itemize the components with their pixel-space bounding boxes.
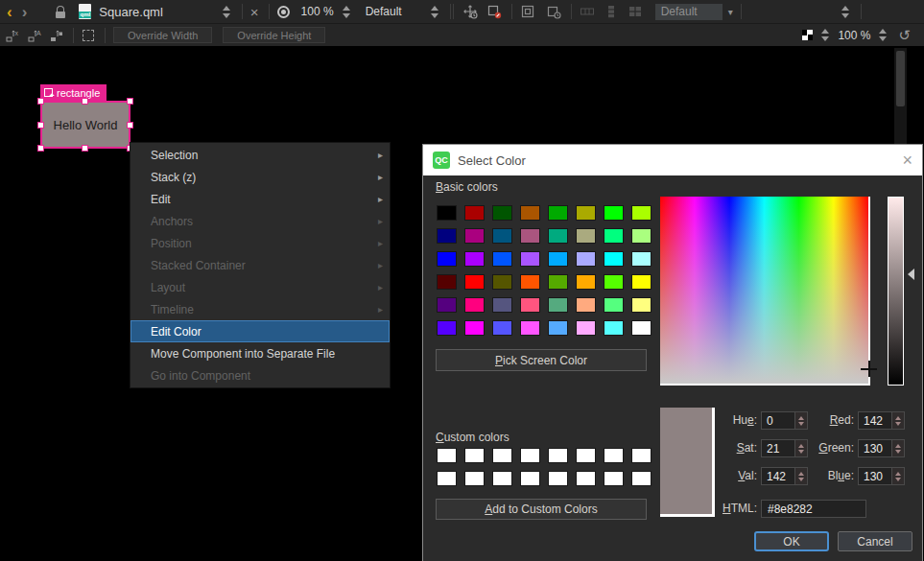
red-spinbox[interactable]: 142 — [858, 411, 905, 430]
menu-item-move-component-into-separate-file[interactable]: Move Component into Separate File — [130, 342, 390, 364]
rectangle-component[interactable]: Hello World — [40, 101, 130, 149]
basic-color-swatch[interactable] — [548, 251, 568, 267]
unlock-icon[interactable] — [56, 6, 65, 18]
resize-handle[interactable] — [127, 122, 133, 129]
custom-color-swatch[interactable] — [464, 471, 485, 486]
custom-color-swatch[interactable] — [604, 471, 624, 486]
basic-color-swatch[interactable] — [437, 297, 457, 313]
basic-color-swatch[interactable] — [604, 297, 624, 313]
custom-color-swatch[interactable] — [576, 471, 596, 486]
basic-color-swatch[interactable] — [548, 205, 568, 221]
basic-color-swatch[interactable] — [631, 228, 652, 244]
basic-color-swatch[interactable] — [631, 274, 652, 290]
basic-color-swatch[interactable] — [548, 320, 568, 336]
override-height-button[interactable]: Override Height — [223, 27, 325, 43]
basic-color-swatch[interactable] — [520, 297, 540, 313]
custom-color-swatch[interactable] — [576, 448, 596, 463]
resize-handle[interactable] — [127, 98, 133, 105]
resize-handle[interactable] — [82, 145, 88, 152]
html-color-input[interactable]: #8e8282 — [761, 500, 866, 518]
basic-color-swatch[interactable] — [464, 228, 485, 244]
basic-color-swatch[interactable] — [604, 320, 624, 336]
dashed-selection-icon[interactable] — [83, 30, 94, 41]
basic-color-swatch[interactable] — [631, 251, 652, 267]
run-project-icon[interactable] — [277, 6, 290, 18]
basic-color-swatch[interactable] — [520, 274, 540, 290]
basic-color-swatch[interactable] — [576, 251, 596, 267]
state-selector-value[interactable]: Default — [366, 5, 402, 18]
custom-color-swatch[interactable] — [520, 471, 540, 486]
square-arrow-x-icon[interactable]: x — [5, 28, 20, 43]
custom-color-swatch[interactable] — [492, 471, 512, 486]
custom-color-swatch[interactable] — [464, 448, 485, 463]
custom-color-swatch[interactable] — [604, 448, 624, 463]
basic-color-swatch[interactable] — [492, 205, 512, 221]
basic-color-swatch[interactable] — [437, 251, 457, 267]
canvas-vertical-scrollbar[interactable] — [894, 48, 907, 145]
basic-color-swatch[interactable] — [576, 274, 596, 290]
square-clock-icon[interactable] — [546, 4, 561, 19]
frame-disabled-badge-icon[interactable] — [486, 4, 502, 19]
basic-color-swatch[interactable] — [464, 274, 485, 290]
menu-item-stack-z[interactable]: Stack (z)▸ — [130, 166, 390, 188]
basic-color-swatch[interactable] — [576, 320, 596, 336]
basic-color-swatch[interactable] — [520, 320, 540, 336]
basic-color-swatch[interactable] — [576, 205, 596, 221]
basic-color-swatch[interactable] — [464, 297, 485, 313]
reset-zoom-icon[interactable]: ↺ — [898, 28, 911, 42]
basic-color-swatch[interactable] — [437, 205, 457, 221]
basic-color-swatch[interactable] — [492, 274, 512, 290]
basic-color-swatch[interactable] — [631, 297, 652, 313]
override-width-button[interactable]: Override Width — [113, 27, 212, 43]
resize-handle[interactable] — [37, 98, 44, 105]
basic-color-swatch[interactable] — [576, 297, 596, 313]
basic-color-swatch[interactable] — [548, 228, 568, 244]
dialog-titlebar[interactable]: QC Select Color × — [423, 145, 922, 175]
blue-spinbox[interactable]: 130 — [858, 467, 905, 485]
custom-color-swatch[interactable] — [548, 448, 568, 463]
basic-color-swatch[interactable] — [464, 251, 485, 267]
basic-color-swatch[interactable] — [492, 251, 512, 267]
custom-color-swatch[interactable] — [548, 471, 568, 486]
menu-item-selection[interactable]: Selection▸ — [130, 144, 390, 166]
back-icon[interactable]: ‹ — [7, 4, 12, 20]
basic-color-swatch[interactable] — [604, 205, 624, 221]
custom-color-swatch[interactable] — [437, 448, 457, 463]
resize-handle[interactable] — [82, 98, 88, 105]
custom-color-swatch[interactable] — [631, 448, 652, 463]
custom-color-swatch[interactable] — [437, 471, 457, 486]
basic-color-swatch[interactable] — [520, 251, 540, 267]
value-slider-arrow-icon[interactable] — [908, 269, 914, 280]
basic-color-swatch[interactable] — [492, 297, 512, 313]
hue-saturation-gradient[interactable] — [660, 197, 870, 386]
basic-color-swatch[interactable] — [604, 251, 624, 267]
file-selector-spinner-icon[interactable] — [223, 6, 230, 18]
open-file-name[interactable]: Square.qml — [99, 5, 162, 19]
basic-color-swatch[interactable] — [437, 228, 457, 244]
basic-color-swatch[interactable] — [548, 274, 568, 290]
zoom-spinner-icon[interactable] — [343, 6, 350, 18]
zoom-level-value[interactable]: 100 % — [301, 5, 334, 18]
basic-color-swatch[interactable] — [631, 205, 652, 221]
basic-color-swatch[interactable] — [492, 228, 512, 244]
background-checker-icon[interactable] — [802, 30, 813, 40]
spinbox-arrows-icon[interactable] — [891, 440, 904, 456]
basic-color-swatch[interactable] — [520, 205, 540, 221]
basic-color-swatch[interactable] — [631, 320, 652, 336]
ok-button[interactable]: OK — [754, 531, 829, 551]
canvas-zoom-spinner-icon[interactable] — [879, 29, 887, 41]
basic-color-swatch[interactable] — [520, 228, 540, 244]
close-file-icon[interactable]: × — [250, 5, 259, 19]
square-arrow-a-icon[interactable]: A — [27, 28, 42, 43]
basic-color-swatch[interactable] — [492, 320, 512, 336]
basic-color-swatch[interactable] — [576, 228, 596, 244]
basic-color-swatch[interactable] — [437, 274, 457, 290]
state-spinner-icon[interactable] — [431, 6, 438, 18]
background-spinner-icon[interactable] — [821, 29, 829, 41]
square-in-square-icon[interactable] — [520, 4, 535, 19]
add-to-custom-colors-button[interactable]: Add to Custom Colors — [436, 499, 647, 520]
move-arrows-clock-icon[interactable] — [462, 4, 478, 19]
scrollbar-thumb[interactable] — [896, 51, 905, 106]
basic-color-swatch[interactable] — [464, 205, 485, 221]
basic-color-swatch[interactable] — [604, 274, 624, 290]
